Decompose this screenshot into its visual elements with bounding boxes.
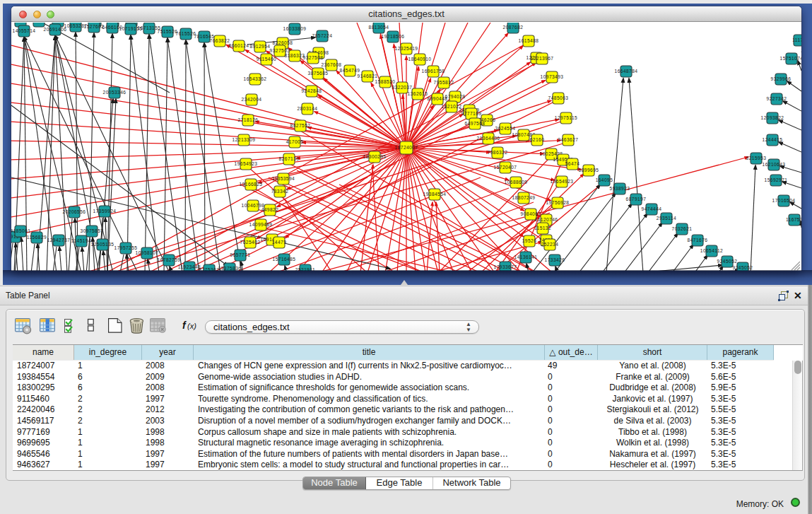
svg-text:4185061: 4185061 xyxy=(11,228,30,233)
svg-text:19384554: 19384554 xyxy=(423,192,447,197)
svg-text:2367608: 2367608 xyxy=(322,62,342,67)
svg-text:12942737: 12942737 xyxy=(47,238,71,243)
svg-text:30975857: 30975857 xyxy=(81,228,104,233)
svg-text:17016504: 17016504 xyxy=(772,198,796,203)
svg-text:9227342: 9227342 xyxy=(767,96,787,101)
svg-text:417005: 417005 xyxy=(286,139,304,144)
svg-text:9463627: 9463627 xyxy=(558,137,579,142)
svg-text:15751074: 15751074 xyxy=(780,56,801,61)
svg-text:1362615: 1362615 xyxy=(408,91,428,96)
svg-text:10958107: 10958107 xyxy=(136,250,159,255)
svg-text:9242848: 9242848 xyxy=(302,88,322,93)
svg-text:1244415: 1244415 xyxy=(763,137,783,142)
svg-text:2718126: 2718126 xyxy=(238,117,259,122)
svg-text:9245052: 9245052 xyxy=(717,259,738,264)
svg-text:9084067: 9084067 xyxy=(521,211,541,216)
svg-text:6879197: 6879197 xyxy=(626,197,647,201)
svg-text:19654923: 19654923 xyxy=(551,179,574,184)
svg-text:8226058: 8226058 xyxy=(273,40,293,45)
svg-text:16543362: 16543362 xyxy=(244,76,267,81)
svg-text:14099489: 14099489 xyxy=(249,222,273,227)
svg-text:8471676: 8471676 xyxy=(688,238,708,243)
svg-text:7857224: 7857224 xyxy=(312,33,333,38)
svg-text:15692971: 15692971 xyxy=(765,177,788,182)
svg-text:3624554: 3624554 xyxy=(495,126,516,131)
svg-text:9146821: 9146821 xyxy=(358,74,378,78)
svg-text:18640910: 18640910 xyxy=(408,57,432,62)
svg-text:19526: 19526 xyxy=(522,238,537,243)
svg-text:19756928: 19756928 xyxy=(546,200,570,205)
svg-text:8267130: 8267130 xyxy=(279,156,300,161)
svg-text:8215953: 8215953 xyxy=(746,156,767,160)
svg-text:14055714: 14055714 xyxy=(13,28,36,33)
svg-text:7615526: 7615526 xyxy=(176,31,196,36)
svg-text:8186323: 8186323 xyxy=(285,53,305,58)
svg-text:7986322: 7986322 xyxy=(488,150,508,155)
svg-text:8427552: 8427552 xyxy=(290,123,311,128)
svg-text:12093822: 12093822 xyxy=(761,115,784,120)
svg-text:12505135: 12505135 xyxy=(91,242,114,247)
svg-text:1615488: 1615488 xyxy=(519,38,539,43)
svg-text:19654923: 19654923 xyxy=(235,161,258,166)
svg-text:2803144: 2803144 xyxy=(298,106,318,111)
svg-text:20053346: 20053346 xyxy=(103,90,126,95)
svg-text:9329966: 9329966 xyxy=(771,76,792,81)
svg-text:7032621: 7032621 xyxy=(672,226,693,231)
svg-text:9327508: 9327508 xyxy=(303,55,324,60)
svg-text:2087682: 2087682 xyxy=(503,25,524,30)
svg-text:1156829: 1156829 xyxy=(27,235,47,240)
svg-text:164095: 164095 xyxy=(596,177,613,182)
svg-text:14136141: 14136141 xyxy=(514,255,538,259)
svg-text:1588520: 1588520 xyxy=(375,79,396,84)
svg-text:8660124: 8660124 xyxy=(229,43,249,48)
svg-text:3875685: 3875685 xyxy=(308,71,329,76)
svg-text:18724007: 18724007 xyxy=(395,145,418,150)
svg-text:7485063: 7485063 xyxy=(548,95,569,100)
svg-text:2935114: 2935114 xyxy=(657,216,676,221)
svg-text:8322037: 8322037 xyxy=(392,85,413,90)
svg-text:9115460: 9115460 xyxy=(257,57,276,62)
svg-text:116753: 116753 xyxy=(786,217,801,222)
svg-text:17957255: 17957255 xyxy=(114,245,138,250)
svg-text:15716485: 15716485 xyxy=(273,257,296,262)
svg-text:14479: 14479 xyxy=(272,240,287,245)
svg-text:17933677: 17933677 xyxy=(494,264,517,269)
svg-text:20206556: 20206556 xyxy=(63,209,86,214)
svg-text:16961758: 16961758 xyxy=(422,69,445,74)
svg-text:15720407: 15720407 xyxy=(494,165,517,170)
svg-text:8454749: 8454749 xyxy=(340,68,360,73)
svg-text:12213967: 12213967 xyxy=(531,56,554,61)
svg-text:11173: 11173 xyxy=(792,37,801,42)
svg-text:5938923: 5938923 xyxy=(610,186,630,191)
svg-text:1733426: 1733426 xyxy=(545,257,565,262)
svg-text:16033809: 16033809 xyxy=(283,26,307,31)
svg-text:18300295: 18300295 xyxy=(363,154,387,159)
svg-text:18807249: 18807249 xyxy=(512,195,536,200)
svg-text:11353594: 11353594 xyxy=(272,176,295,181)
svg-text:449822: 449822 xyxy=(261,207,279,212)
svg-text:9474444: 9474444 xyxy=(642,206,662,211)
svg-text:12975115: 12975115 xyxy=(555,115,577,120)
svg-text:8912954: 8912954 xyxy=(250,44,271,49)
svg-text:252234: 252234 xyxy=(541,242,559,247)
svg-text:6497568: 6497568 xyxy=(465,121,486,126)
svg-text:10654112: 10654112 xyxy=(700,248,723,253)
svg-text:21364436: 21364436 xyxy=(477,136,500,141)
svg-text:10973493: 10973493 xyxy=(541,74,564,79)
svg-text:12213309: 12213309 xyxy=(233,137,256,142)
svg-text:10688609: 10688609 xyxy=(505,180,528,185)
svg-text:19218506: 19218506 xyxy=(382,34,405,39)
svg-text:12325419: 12325419 xyxy=(395,46,418,51)
svg-text:9777169: 9777169 xyxy=(461,111,482,116)
svg-text:1145194: 1145194 xyxy=(71,238,91,243)
svg-text:7955812: 7955812 xyxy=(434,80,454,85)
svg-text:11923448: 11923448 xyxy=(178,264,201,269)
svg-text:20691406: 20691406 xyxy=(44,27,67,32)
svg-text:2342004: 2342004 xyxy=(242,97,262,102)
svg-text:6794028: 6794028 xyxy=(445,94,466,99)
svg-text:115132: 115132 xyxy=(534,226,551,230)
svg-text:7625402: 7625402 xyxy=(240,240,261,245)
svg-text:8813054: 8813054 xyxy=(369,25,389,30)
svg-text:f: f xyxy=(182,320,187,331)
svg-text:56474: 56474 xyxy=(565,161,580,166)
